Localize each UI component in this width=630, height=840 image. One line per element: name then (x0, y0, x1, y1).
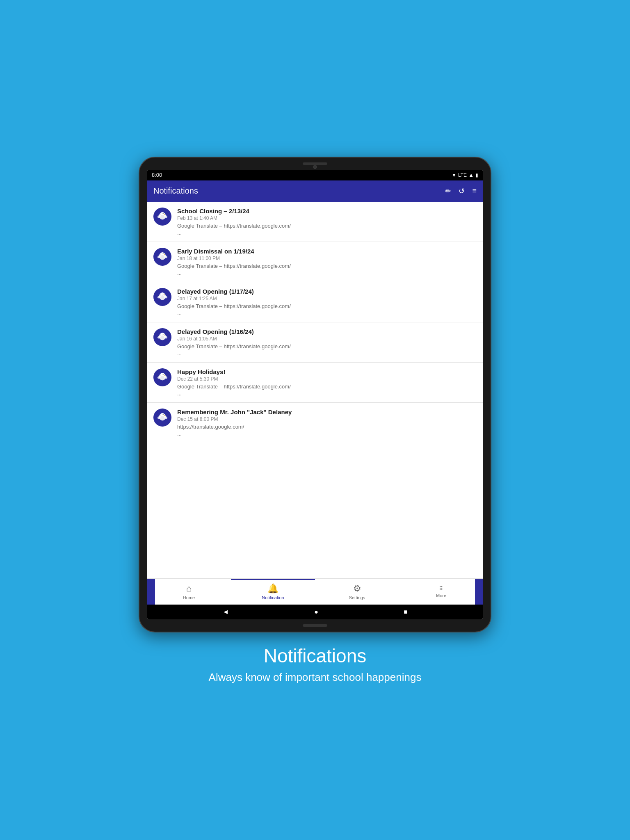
svg-point-38 (160, 375, 164, 380)
notification-body: Google Translate – https://translate.goo… (177, 223, 477, 229)
app-header: Notifications ✏ ↺ ≡ (147, 180, 483, 202)
notification-avatar (153, 288, 171, 306)
system-bar: ◄ ● ■ (147, 605, 483, 619)
notification-time: Feb 13 at 1:40 AM (177, 215, 477, 221)
notification-dots: ... (177, 230, 477, 236)
notification-item[interactable]: Remembering Mr. John "Jack" Delaney Dec … (147, 403, 483, 443)
filter-icon[interactable]: ≡ (472, 187, 477, 196)
lte-label: LTE (458, 172, 467, 178)
nav-label-home: Home (183, 595, 195, 600)
notification-title: Delayed Opening (1/16/24) (177, 328, 477, 335)
notification-title: Remembering Mr. John "Jack" Delaney (177, 409, 477, 415)
svg-point-6 (160, 215, 164, 219)
notification-time: Jan 18 at 11:00 PM (177, 256, 477, 261)
svg-point-31 (163, 333, 164, 334)
notification-dots: ... (177, 431, 477, 437)
home-icon: ⌂ (186, 583, 192, 594)
notification-content: Early Dismissal on 1/19/24 Jan 18 at 11:… (177, 248, 477, 276)
recents-button[interactable]: ■ (404, 608, 408, 616)
notification-content: Delayed Opening (1/17/24) Jan 17 at 1:25… (177, 288, 477, 316)
notification-body: Google Translate – https://translate.goo… (177, 343, 477, 349)
bottom-nav: ⌂ Home 🔔 Notification ⚙ Settings ⠿ More (147, 578, 483, 605)
nav-item-settings[interactable]: ⚙ Settings (315, 579, 399, 605)
notification-time: Dec 22 at 5:30 PM (177, 376, 477, 382)
feature-title: Notifications (209, 645, 422, 667)
svg-point-23 (163, 293, 164, 294)
notification-dots: ... (177, 390, 477, 397)
notification-body: Google Translate – https://translate.goo… (177, 383, 477, 390)
notification-list: School Closing – 2/13/24 Feb 13 at 1:40 … (147, 202, 483, 578)
nav-label-more: More (436, 593, 446, 598)
notification-body: https://translate.google.com/ (177, 424, 477, 430)
notification-dots: ... (177, 270, 477, 276)
bottom-text-area: Notifications Always know of important s… (209, 645, 422, 684)
header-actions: ✏ ↺ ≡ (445, 187, 477, 196)
status-time: 8:00 (152, 172, 162, 178)
signal-bars: ▲ (468, 172, 474, 178)
more-icon: ⠿ (439, 585, 443, 592)
notification-title: Happy Holidays! (177, 368, 477, 375)
nav-item-notification[interactable]: 🔔 Notification (231, 579, 315, 605)
notification-item[interactable]: School Closing – 2/13/24 Feb 13 at 1:40 … (147, 202, 483, 242)
notification-dots: ... (177, 350, 477, 356)
notification-item[interactable]: Delayed Opening (1/17/24) Jan 17 at 1:25… (147, 282, 483, 322)
notification-time: Jan 16 at 1:05 AM (177, 336, 477, 342)
notification-avatar (153, 248, 171, 266)
notification-title: Early Dismissal on 1/19/24 (177, 248, 477, 255)
svg-point-7 (163, 213, 164, 214)
battery-icon: ▮ (475, 172, 478, 178)
notification-item[interactable]: Early Dismissal on 1/19/24 Jan 18 at 11:… (147, 242, 483, 282)
wifi-icon: ▼ (452, 172, 457, 178)
svg-point-15 (163, 253, 164, 254)
nav-item-home[interactable]: ⌂ Home (147, 579, 231, 605)
notification-content: Delayed Opening (1/16/24) Jan 16 at 1:05… (177, 328, 477, 356)
notification-dots: ... (177, 310, 477, 316)
notification-avatar (153, 409, 171, 427)
notification-time: Jan 17 at 1:25 AM (177, 296, 477, 301)
back-button[interactable]: ◄ (222, 608, 229, 616)
tablet-frame: 8:00 ▼ LTE ▲ ▮ Notifications ✏ ↺ ≡ (139, 157, 491, 632)
notification-title: Delayed Opening (1/17/24) (177, 288, 477, 295)
notification-avatar (153, 208, 171, 226)
notification-avatar (153, 328, 171, 346)
screen: 8:00 ▼ LTE ▲ ▮ Notifications ✏ ↺ ≡ (147, 170, 483, 619)
status-right: ▼ LTE ▲ ▮ (452, 172, 478, 178)
svg-point-46 (160, 415, 164, 420)
notification-icon: 🔔 (267, 583, 278, 594)
nav-item-more[interactable]: ⠿ More (399, 579, 483, 605)
notification-item[interactable]: Happy Holidays! Dec 22 at 5:30 PM Google… (147, 363, 483, 403)
nav-label-notification: Notification (262, 595, 284, 600)
nav-corner-right (475, 579, 483, 605)
notification-avatar (153, 368, 171, 386)
notification-body: Google Translate – https://translate.goo… (177, 303, 477, 309)
svg-point-47 (163, 414, 164, 415)
notification-time: Dec 15 at 8:00 PM (177, 416, 477, 422)
svg-point-30 (160, 335, 164, 340)
notification-title: School Closing – 2/13/24 (177, 208, 477, 215)
svg-point-14 (160, 255, 164, 259)
nav-active-indicator (231, 579, 315, 580)
notification-body: Google Translate – https://translate.goo… (177, 263, 477, 269)
notification-item[interactable]: Delayed Opening (1/16/24) Jan 16 at 1:05… (147, 322, 483, 363)
refresh-icon[interactable]: ↺ (459, 187, 465, 196)
notification-content: Happy Holidays! Dec 22 at 5:30 PM Google… (177, 368, 477, 397)
notification-content: Remembering Mr. John "Jack" Delaney Dec … (177, 409, 477, 437)
svg-point-39 (163, 374, 164, 374)
notification-content: School Closing – 2/13/24 Feb 13 at 1:40 … (177, 208, 477, 236)
svg-point-22 (160, 295, 164, 299)
camera (313, 165, 317, 169)
page-title: Notifications (153, 186, 198, 196)
status-bar: 8:00 ▼ LTE ▲ ▮ (147, 170, 483, 180)
feature-subtitle: Always know of important school happenin… (209, 671, 422, 684)
edit-icon[interactable]: ✏ (445, 187, 451, 196)
settings-icon: ⚙ (353, 583, 361, 594)
nav-corner-left (147, 579, 155, 605)
nav-label-settings: Settings (349, 595, 365, 600)
home-button[interactable]: ● (314, 608, 318, 616)
